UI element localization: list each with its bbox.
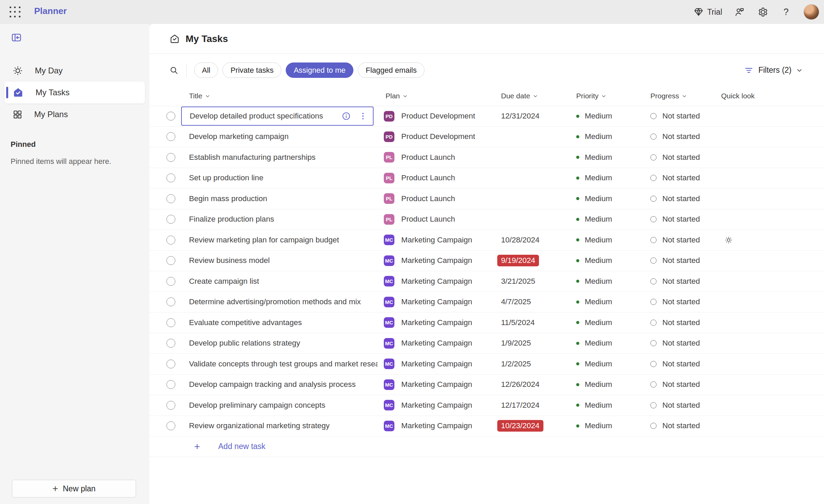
- task-priority-cell[interactable]: Medium: [572, 297, 646, 306]
- task-priority-cell[interactable]: Medium: [572, 173, 646, 182]
- task-row[interactable]: Review marketing plan for campaign budge…: [149, 230, 824, 251]
- task-checkbox[interactable]: [166, 236, 175, 244]
- task-title-cell[interactable]: Review organizational marketing strategy: [181, 416, 378, 435]
- task-row[interactable]: Review business model MC Marketing Campa…: [149, 251, 824, 271]
- task-priority-cell[interactable]: Medium: [572, 256, 646, 265]
- task-progress-cell[interactable]: Not started: [646, 421, 719, 430]
- task-priority-cell[interactable]: Medium: [572, 318, 646, 327]
- task-row[interactable]: Create campaign list MC Marketing Campai…: [149, 271, 824, 292]
- task-title-cell[interactable]: Review business model: [181, 251, 378, 270]
- task-checkbox[interactable]: [166, 297, 175, 306]
- task-plan-cell[interactable]: MC Marketing Campaign: [378, 317, 497, 328]
- task-priority-cell[interactable]: Medium: [572, 380, 646, 389]
- task-title-cell[interactable]: Finalize production plans: [181, 210, 378, 229]
- sidebar-item-my-day[interactable]: My Day: [0, 60, 149, 82]
- sidebar-item-my-tasks[interactable]: My Tasks: [4, 82, 145, 103]
- task-row[interactable]: Develop marketing campaign PD Product De…: [149, 127, 824, 148]
- task-priority-cell[interactable]: Medium: [572, 360, 646, 368]
- search-button[interactable]: [169, 66, 179, 75]
- task-due-date-cell[interactable]: 12/31/2024: [497, 112, 572, 121]
- task-plan-cell[interactable]: MC Marketing Campaign: [378, 379, 497, 390]
- filter-pill-all[interactable]: All: [194, 62, 218, 78]
- task-checkbox[interactable]: [166, 421, 175, 430]
- task-checkbox[interactable]: [166, 112, 175, 121]
- task-progress-cell[interactable]: Not started: [646, 153, 719, 162]
- task-plan-cell[interactable]: PD Product Development: [378, 131, 497, 142]
- sidebar-collapse-button[interactable]: [10, 31, 23, 44]
- new-plan-button[interactable]: + New plan: [12, 480, 136, 498]
- task-due-date-cell[interactable]: 12/17/2024: [497, 401, 572, 410]
- task-plan-cell[interactable]: PL Product Launch: [378, 173, 497, 183]
- task-row[interactable]: Begin mass production PL Product Launch …: [149, 188, 824, 209]
- task-progress-cell[interactable]: Not started: [646, 297, 719, 306]
- filter-pill-flagged-emails[interactable]: Flagged emails: [358, 62, 424, 78]
- task-plan-cell[interactable]: PL Product Launch: [378, 214, 497, 225]
- app-launcher-icon[interactable]: [8, 5, 22, 19]
- task-title-cell[interactable]: Validate concepts through test groups an…: [181, 354, 378, 374]
- task-checkbox[interactable]: [166, 194, 175, 203]
- task-checkbox[interactable]: [166, 401, 175, 410]
- task-plan-cell[interactable]: PD Product Development: [378, 111, 497, 122]
- task-checkbox[interactable]: [166, 173, 175, 182]
- column-header-priority[interactable]: Priority: [572, 92, 646, 100]
- feedback-button[interactable]: [734, 6, 745, 18]
- task-progress-cell[interactable]: Not started: [646, 112, 719, 121]
- task-priority-cell[interactable]: Medium: [572, 112, 646, 121]
- task-progress-cell[interactable]: Not started: [646, 173, 719, 182]
- task-row[interactable]: Develop detailed product specifications …: [149, 106, 824, 127]
- task-row[interactable]: Determine advertising/promotion methods …: [149, 292, 824, 313]
- filter-pill-assigned-to-me[interactable]: Assigned to me: [286, 62, 353, 78]
- task-title-cell[interactable]: Set up production line: [181, 168, 378, 187]
- task-priority-cell[interactable]: Medium: [572, 194, 646, 203]
- task-row[interactable]: Develop preliminary campaign concepts MC…: [149, 395, 824, 416]
- task-checkbox[interactable]: [166, 132, 175, 141]
- task-plan-cell[interactable]: MC Marketing Campaign: [378, 276, 497, 286]
- task-progress-cell[interactable]: Not started: [646, 132, 719, 141]
- task-progress-cell[interactable]: Not started: [646, 339, 719, 348]
- task-priority-cell[interactable]: Medium: [572, 236, 646, 244]
- task-due-date-cell[interactable]: 3/21/2025: [497, 277, 572, 286]
- task-due-date-cell[interactable]: 4/7/2025: [497, 297, 572, 306]
- task-title-cell[interactable]: Determine advertising/promotion methods …: [181, 292, 378, 311]
- task-due-date-cell[interactable]: 11/5/2024: [497, 318, 572, 327]
- task-checkbox[interactable]: [166, 153, 175, 162]
- task-row[interactable]: Finalize production plans PL Product Lau…: [149, 209, 824, 230]
- task-progress-cell[interactable]: Not started: [646, 401, 719, 410]
- task-title-cell[interactable]: Establish manufacturing partnerships: [181, 148, 378, 167]
- task-checkbox[interactable]: [166, 360, 175, 368]
- task-due-date-cell[interactable]: 10/23/2024: [497, 420, 572, 432]
- sidebar-item-my-plans[interactable]: My Plans: [0, 103, 149, 125]
- task-plan-cell[interactable]: MC Marketing Campaign: [378, 400, 497, 410]
- task-title-cell[interactable]: Develop marketing campaign: [181, 127, 378, 146]
- task-due-date-cell[interactable]: 12/26/2024: [497, 380, 572, 389]
- task-title-cell[interactable]: Develop detailed product specifications: [181, 107, 374, 126]
- task-checkbox[interactable]: [166, 256, 175, 265]
- task-row[interactable]: Evaluate competitive advantages MC Marke…: [149, 312, 824, 333]
- column-header-progress[interactable]: Progress: [646, 92, 719, 100]
- task-plan-cell[interactable]: MC Marketing Campaign: [378, 235, 497, 245]
- task-title-cell[interactable]: Create campaign list: [181, 272, 378, 291]
- task-due-date-cell[interactable]: 10/28/2024: [497, 236, 572, 244]
- task-progress-cell[interactable]: Not started: [646, 380, 719, 389]
- task-title-cell[interactable]: Review marketing plan for campaign budge…: [181, 230, 378, 250]
- task-plan-cell[interactable]: MC Marketing Campaign: [378, 255, 497, 266]
- task-title-cell[interactable]: Begin mass production: [181, 189, 378, 208]
- task-title-cell[interactable]: Develop campaign tracking and analysis p…: [181, 375, 378, 394]
- task-due-date-cell[interactable]: 1/2/2025: [497, 360, 572, 368]
- task-plan-cell[interactable]: MC Marketing Campaign: [378, 297, 497, 307]
- task-priority-cell[interactable]: Medium: [572, 132, 646, 141]
- task-checkbox[interactable]: [166, 318, 175, 327]
- task-row[interactable]: Develop public relations strategy MC Mar…: [149, 333, 824, 354]
- task-checkbox[interactable]: [166, 277, 175, 286]
- task-row[interactable]: Set up production line PL Product Launch…: [149, 168, 824, 189]
- task-checkbox[interactable]: [166, 380, 175, 389]
- task-plan-cell[interactable]: PL Product Launch: [378, 193, 497, 204]
- task-progress-cell[interactable]: Not started: [646, 256, 719, 265]
- task-plan-cell[interactable]: MC Marketing Campaign: [378, 359, 497, 369]
- trial-badge[interactable]: Trial: [693, 7, 722, 17]
- task-progress-cell[interactable]: Not started: [646, 277, 719, 286]
- task-row[interactable]: Develop campaign tracking and analysis p…: [149, 375, 824, 395]
- task-title-cell[interactable]: Develop preliminary campaign concepts: [181, 396, 378, 415]
- task-priority-cell[interactable]: Medium: [572, 401, 646, 410]
- task-plan-cell[interactable]: MC Marketing Campaign: [378, 338, 497, 349]
